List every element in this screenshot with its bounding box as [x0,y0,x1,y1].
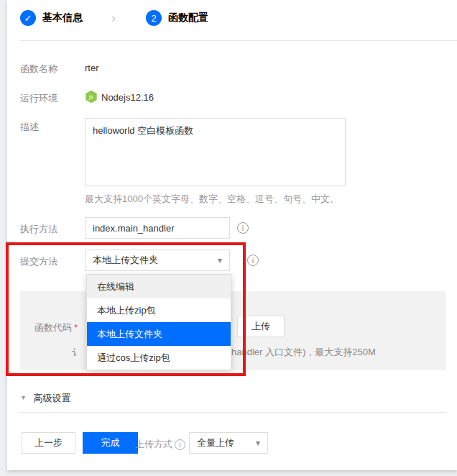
step1-done-circle: ✓ [20,10,36,26]
required-asterisk: * [74,322,78,333]
submit-method-label: 提交方法 [20,255,57,268]
code-hint-fragment-left: 讠 [72,347,81,360]
function-code-label: 函数代码* [34,321,78,334]
caret-down-icon: ▾ [256,438,260,448]
step-basic-info[interactable]: ✓ 基本信息 [20,10,83,26]
description-textarea[interactable]: helloworld 空白模板函数 [85,118,346,186]
upload-mode-select[interactable]: 全量上传 ▾ [189,432,268,454]
step1-label: 基本信息 [42,12,83,24]
handler-input[interactable] [85,217,230,239]
submit-method-info-icon[interactable]: i [247,255,259,266]
triangle-down-icon: ▼ [20,394,27,401]
handler-info-icon[interactable]: i [237,222,249,234]
upload-mode-label: 上传方式i [135,438,185,451]
function-name-value: rter [85,63,99,73]
step-indicator: ✓ 基本信息 › 2 函数配置 [20,9,208,27]
finish-button[interactable]: 完成 [83,432,138,454]
step2-number-circle: 2 [146,10,162,26]
step-function-config[interactable]: 2 函数配置 [146,10,208,26]
header-divider [20,40,457,41]
description-label: 描述 [20,121,39,134]
svg-text:js: js [88,93,93,100]
upload-button[interactable]: 上传 [237,316,285,337]
submit-method-select[interactable]: 本地上传文件夹 ▾ [85,250,230,271]
function-name-label: 函数名称 [20,63,57,75]
description-hint: 最大支持1000个英文字母、数字、空格、逗号、句号、中文。 [85,193,339,206]
step2-label: 函数配置 [168,12,208,24]
submit-method-dropdown-menu: 在线编辑 本地上传zip包 本地上传文件夹 通过cos上传zip包 [86,274,231,370]
previous-step-button[interactable]: 上一步 [22,432,75,454]
code-hint-fragment-right: handler 入口文件)，最大支持250M [231,346,376,359]
check-icon: ✓ [24,13,32,24]
footer-divider [20,412,446,413]
runtime-label: 运行环境 [20,92,57,105]
upload-mode-value: 全量上传 [197,436,234,449]
menu-item-cos-zip[interactable]: 通过cos上传zip包 [87,346,231,370]
upload-mode-info-icon[interactable]: i [175,439,185,450]
nodejs-icon: js [85,90,98,104]
caret-down-icon: ▾ [218,255,222,265]
content-card: ✓ 基本信息 › 2 函数配置 函数名称 rter 运行环境 js Nodejs… [7,0,457,470]
runtime-value: Nodejs12.16 [101,92,154,103]
menu-item-upload-folder[interactable]: 本地上传文件夹 [87,322,231,346]
chevron-right-icon: › [111,11,116,25]
submit-method-value: 本地上传文件夹 [93,254,158,267]
advanced-settings-toggle[interactable]: ▼ 高级设置 [20,392,71,405]
menu-item-online-edit[interactable]: 在线编辑 [87,275,231,298]
handler-label: 执行方法 [20,223,57,236]
advanced-settings-label: 高级设置 [34,393,71,403]
menu-item-upload-zip[interactable]: 本地上传zip包 [87,298,231,322]
